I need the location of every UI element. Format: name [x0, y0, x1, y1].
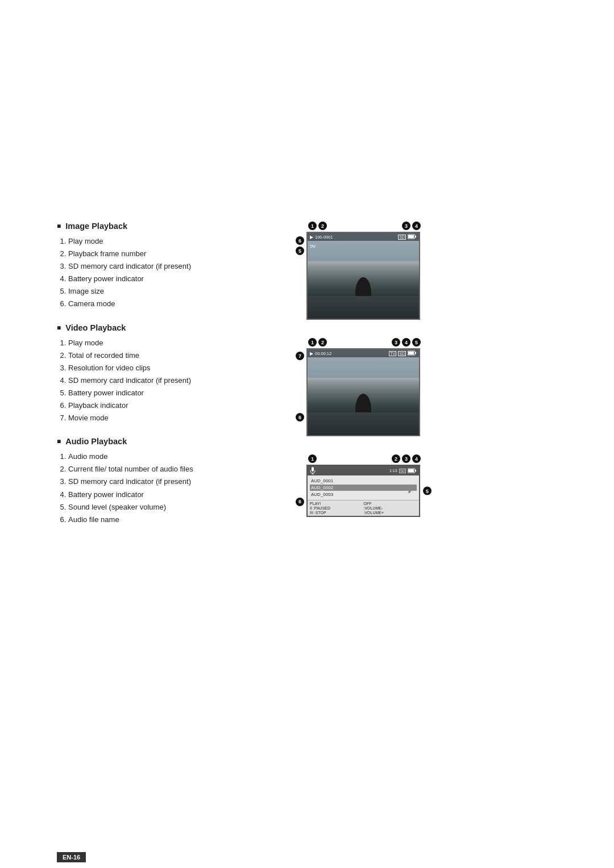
video-playback-title: Video Playback	[57, 323, 273, 332]
list-item: Movie mode	[68, 412, 273, 424]
sd-indicator-video: SD	[398, 351, 406, 356]
list-item: Camera mode	[68, 298, 273, 310]
video-playback-screen-section: 1 2 3 4 5 7 6	[296, 338, 557, 436]
list-item: Sound level (speaker volume)	[68, 501, 273, 514]
svg-rect-15	[408, 469, 414, 472]
sd-indicator-audio: SD	[399, 469, 406, 473]
frame-number: 100-0001	[315, 235, 333, 240]
right-column: 1 2 3 4 6 5	[296, 222, 557, 549]
callout-5-audio-wrapper: 5	[423, 487, 432, 495]
paused-label: II :PAUSED	[310, 506, 363, 510]
list-item: Play mode	[68, 235, 273, 248]
list-item: Current file/ total number of audio file…	[68, 463, 273, 475]
image-playback-screen-section: 1 2 3 4 6 5	[296, 222, 557, 320]
left-column: Image Playback Play mode Playback frame …	[57, 222, 273, 549]
vcallout-1: 1	[308, 338, 317, 347]
video-info-bar: ▶ 00:00:12 TV SD	[308, 349, 419, 357]
vcallout-2: 2	[318, 338, 327, 347]
battery-indicator-audio	[408, 468, 417, 473]
video-resolution: TV	[389, 351, 396, 356]
image-playback-title: Image Playback	[57, 222, 273, 231]
list-item: Battery power indicator	[68, 489, 273, 501]
acallout-6: 6	[296, 498, 304, 506]
list-item: SD memory card indicator (if present)	[68, 260, 273, 273]
callout-4: 4	[412, 222, 421, 230]
callout-6-image: 6	[296, 236, 304, 245]
audio-controls: PLAY! OFF II :PAUSED :VOLUME- III :STOP …	[308, 500, 419, 516]
volume-minus-label: :VOLUME-	[364, 506, 417, 510]
video-screen-wrapper: 7 6	[296, 348, 557, 436]
audio-top-left	[310, 467, 316, 474]
audio-top-bar: 1:13 SD	[308, 466, 419, 475]
list-item: Playback indicator	[68, 399, 273, 412]
callout-3: 3	[402, 222, 410, 230]
image-playback-section: Image Playback Play mode Playback frame …	[57, 222, 273, 311]
video-info-right: TV SD	[389, 350, 417, 356]
volume-plus-label: :VOLUME+	[364, 511, 417, 515]
list-item: SD memory card indicator (if present)	[68, 374, 273, 387]
audio-playback-list: Audio mode Current file/ total number of…	[57, 450, 273, 526]
vcallout-3: 3	[392, 338, 400, 347]
list-item: Play mode	[68, 337, 273, 349]
play-label: PLAY!	[310, 502, 363, 506]
svg-rect-8	[415, 352, 416, 354]
svg-rect-9	[408, 352, 414, 354]
list-item: Audio mode	[68, 450, 273, 463]
audio-screen: 1:13 SD AUD_0001 AUD_0002 AUD_0003 ♪	[306, 465, 420, 517]
acallout-1: 1	[308, 454, 317, 463]
audio-top-right: 1:13 SD	[389, 467, 417, 474]
video-playback-list: Play mode Total of recorded time Resolut…	[57, 337, 273, 425]
list-item: Audio file name	[68, 514, 273, 526]
image-screen: ▶ 100-0001 SD 5M	[306, 232, 420, 320]
callout-5-image: 5	[296, 247, 304, 255]
sd-indicator-image: SD	[398, 235, 406, 240]
video-screen: ▶ 00:00:12 TV SD ▶/II SHUT	[306, 348, 420, 436]
audio-playback-title: Audio Playback	[57, 437, 273, 446]
svg-rect-3	[415, 236, 416, 237]
list-item: Battery power indicator	[68, 273, 273, 285]
image-screen-background	[308, 233, 419, 319]
video-time: 00:00:12	[315, 351, 331, 356]
svg-rect-14	[415, 470, 416, 471]
image-size-label: 5M	[310, 244, 316, 248]
battery-indicator-video	[408, 350, 417, 356]
audio-file-3: AUD_0003	[310, 491, 417, 498]
stop-label: III :STOP	[310, 511, 363, 515]
audio-time: 1:13	[389, 469, 397, 473]
svg-rect-4	[408, 235, 414, 238]
audio-file-2: AUD_0002	[310, 485, 417, 491]
info-left: ▶ 100-0001	[310, 235, 333, 240]
audio-file-list: AUD_0001 AUD_0002 AUD_0003 ♪	[308, 475, 419, 500]
image-playback-list: Play mode Playback frame number SD memor…	[57, 235, 273, 311]
video-screen-background	[308, 349, 419, 435]
list-item: Total of recorded time	[68, 349, 273, 362]
video-playback-section: Video Playback Play mode Total of record…	[57, 323, 273, 425]
audio-playback-section: Audio Playback Audio mode Current file/ …	[57, 437, 273, 526]
audio-playback-screen-section: 1 2 3 4 6	[296, 454, 557, 539]
svg-rect-10	[312, 467, 314, 471]
audio-screen-wrapper: 6	[296, 465, 557, 539]
list-item: Playback frame number	[68, 248, 273, 260]
battery-indicator-image	[408, 234, 417, 240]
acallout-3: 3	[402, 454, 410, 463]
acallout-2: 2	[392, 454, 400, 463]
vcallout-5: 5	[412, 338, 421, 347]
mic-icon	[310, 467, 316, 474]
video-play-icon: ▶	[310, 351, 313, 356]
audio-file-1: AUD_0001	[310, 478, 417, 484]
off-label: OFF	[364, 502, 417, 506]
vcallout-6: 6	[296, 413, 304, 422]
list-item: Image size	[68, 285, 273, 298]
list-item: Battery power indicator	[68, 387, 273, 399]
video-info-left: ▶ 00:00:12	[310, 351, 331, 356]
acallout-5: 5	[423, 487, 432, 495]
list-item: SD memory card indicator (if present)	[68, 475, 273, 488]
image-screen-wrapper: 6 5	[296, 232, 557, 320]
audio-controls-grid: PLAY! OFF II :PAUSED :VOLUME- III :STOP …	[310, 502, 417, 515]
vcallout-7: 7	[296, 352, 304, 360]
play-mode-icon: ▶	[310, 235, 313, 240]
image-info-bar: ▶ 100-0001 SD	[308, 233, 419, 241]
info-right: SD	[398, 234, 417, 240]
list-item: Resolution for video clips	[68, 362, 273, 374]
vcallout-4: 4	[402, 338, 410, 347]
